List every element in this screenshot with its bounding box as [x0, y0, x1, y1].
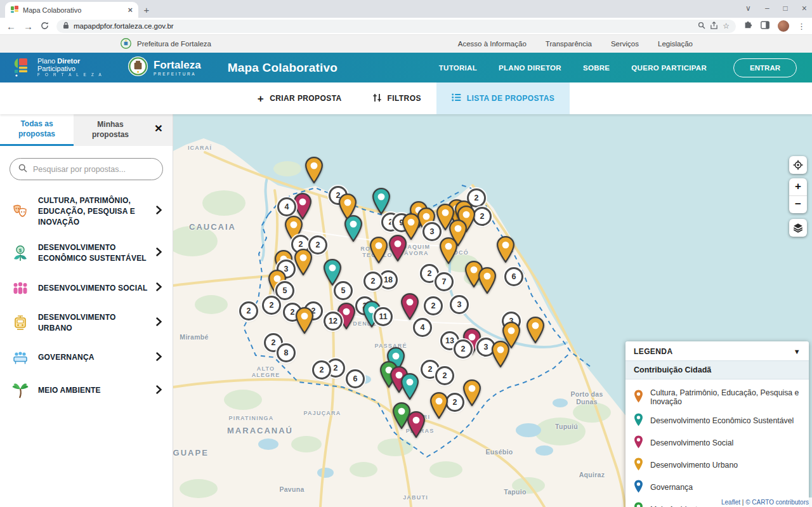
nav-sobre[interactable]: SOBRE — [583, 64, 610, 72]
tab-close-icon[interactable]: × — [128, 5, 133, 15]
bookmark-star-icon[interactable]: ☆ — [723, 22, 730, 30]
gov-brand-label: Prefeitura de Fortaleza — [137, 40, 211, 48]
map-cluster-marker[interactable]: 6 — [504, 267, 523, 286]
new-tab-button[interactable]: + — [138, 2, 155, 18]
map-pin-urbano[interactable] — [478, 267, 497, 294]
map-pin-urbano[interactable] — [491, 341, 510, 367]
sidebar-category[interactable]: GOVERNANÇA — [9, 341, 164, 374]
map-pin-urbano[interactable] — [496, 236, 515, 263]
reload-icon[interactable] — [41, 22, 49, 31]
login-button[interactable]: ENTRAR — [733, 58, 797, 77]
map-viewport[interactable]: + − LEGENDA ▼ Contribuição Cidadã Cultur… — [173, 114, 812, 507]
search-this-page-icon[interactable] — [698, 22, 705, 30]
sidebar-category[interactable]: MEIO AMBIENTE — [9, 374, 164, 407]
zoom-control: + − — [789, 178, 807, 213]
pdp-logo-icon — [11, 56, 33, 80]
map-cluster-marker[interactable]: 2 — [424, 296, 443, 315]
map-pin-urbano[interactable] — [439, 237, 458, 264]
forward-icon[interactable]: → — [23, 22, 33, 31]
gov-brand[interactable]: Prefeitura de Fortaleza — [121, 38, 211, 50]
map-pin-urbano[interactable] — [369, 237, 388, 263]
map-cluster-marker[interactable]: 6 — [346, 369, 365, 388]
map-pin-urbano[interactable] — [429, 392, 449, 419]
map-cluster-marker[interactable]: 2 — [312, 360, 331, 379]
map-cluster-marker[interactable]: 5 — [334, 281, 353, 300]
window-chevron-icon[interactable]: ∨ — [745, 4, 751, 13]
nav-plano-diretor[interactable]: PLANO DIRETOR — [499, 64, 561, 72]
pdp-logo-text: Plano Diretor Participativo F O R T A L … — [37, 58, 103, 77]
zoom-out-button[interactable]: − — [789, 196, 807, 214]
browser-tab[interactable]: Mapa Colaborativo × — [5, 2, 138, 18]
map-cluster-marker[interactable]: 4 — [277, 197, 296, 216]
tab-my-proposals[interactable]: Minhas propostas — [74, 114, 147, 146]
map-cluster-marker[interactable]: 2 — [435, 366, 454, 385]
window-minimize-icon[interactable]: – — [765, 4, 769, 13]
address-bar[interactable]: mapapdpfor.fortaleza.ce.gov.br ☆ — [56, 20, 736, 33]
map-cluster-marker[interactable]: 2 — [262, 296, 281, 315]
proposal-list-button[interactable]: LISTA DE PROPOSTAS — [436, 82, 570, 114]
filters-button[interactable]: FILTROS — [357, 82, 436, 114]
legend-item-label: Cultura, Patrimônio, Educação, Pesquisa … — [650, 388, 801, 406]
map-cluster-marker[interactable]: 4 — [413, 318, 432, 337]
search-input[interactable] — [33, 165, 154, 174]
map-cluster-marker[interactable]: 5 — [275, 281, 294, 300]
sidebar-category[interactable]: $DESENVOLVIMENTO ECONÔMICO SUSTENTÁVEL — [9, 235, 164, 272]
share-icon[interactable] — [710, 22, 718, 30]
map-pin-urbano[interactable] — [462, 379, 481, 406]
profile-avatar[interactable] — [778, 20, 789, 32]
sidebar-close-icon[interactable]: × — [155, 121, 162, 135]
map-pin-urbano[interactable] — [304, 157, 324, 183]
window-close-icon[interactable]: × — [802, 3, 807, 13]
locate-button[interactable] — [789, 156, 807, 174]
sidebar-category[interactable]: DESENVOLVIMENTO URBANO — [9, 305, 164, 341]
page-title: Mapa Colaborativo — [228, 61, 337, 75]
gov-link-legislacao[interactable]: Legislação — [658, 40, 693, 48]
map-pin-social[interactable] — [400, 293, 419, 320]
map-pin-economico[interactable] — [344, 215, 363, 242]
map-cluster-marker[interactable]: 7 — [435, 272, 454, 291]
zoom-in-button[interactable]: + — [789, 178, 807, 196]
back-icon[interactable]: ← — [6, 22, 16, 31]
map-cluster-marker[interactable]: 8 — [277, 343, 296, 362]
map-pin-urbano[interactable] — [295, 307, 314, 334]
map-pin-economico[interactable] — [372, 188, 391, 214]
legend-pin-icon — [634, 502, 643, 507]
map-pin-urbano[interactable] — [526, 317, 545, 343]
actions-bar: + CRIAR PROPOSTA FILTROS LISTA DE PROPOS… — [0, 82, 812, 114]
map-cluster-marker[interactable]: 2 — [239, 301, 258, 320]
map-pin-urbano[interactable] — [294, 249, 313, 275]
map-place-label: NGUAPE — [173, 448, 209, 458]
legend-collapse-icon[interactable]: ▼ — [794, 348, 801, 355]
proposal-search[interactable] — [10, 158, 163, 180]
gov-link-transparencia[interactable]: Transparência — [546, 40, 592, 48]
leaflet-link[interactable]: Leaflet — [721, 499, 740, 506]
browser-toolbar: ← → mapapdpfor.fortaleza.ce.gov.br ☆ ⋮ — [0, 18, 812, 35]
map-cluster-marker[interactable]: 11 — [374, 307, 393, 326]
legend-item: Desenvolvimento Econômico Sustentável — [634, 409, 801, 431]
gov-link-acesso[interactable]: Acesso à Informação — [458, 40, 527, 48]
nav-quero-participar[interactable]: QUERO PARTICIPAR — [631, 64, 707, 72]
map-cluster-marker[interactable]: 3 — [450, 295, 469, 314]
map-pin-social[interactable] — [407, 411, 426, 438]
tab-all-proposals[interactable]: Todas as propostas — [0, 114, 74, 146]
map-pin-economico[interactable] — [400, 373, 419, 400]
legend-pin-icon — [634, 390, 643, 405]
map-cluster-marker[interactable]: 12 — [324, 312, 343, 331]
side-panel-icon[interactable] — [761, 20, 769, 32]
map-cluster-marker[interactable]: 2 — [363, 272, 383, 291]
layers-button[interactable] — [789, 219, 807, 237]
sidebar-category[interactable]: DESENVOLVIMENTO SOCIAL — [9, 272, 164, 305]
legend-item: Desenvolvimento Urbano — [634, 454, 801, 476]
map-cluster-marker[interactable]: 2 — [454, 339, 473, 359]
create-proposal-button[interactable]: + CRIAR PROPOSTA — [242, 82, 357, 114]
nav-tutorial[interactable]: TUTORIAL — [439, 64, 477, 72]
gov-link-servicos[interactable]: Serviços — [611, 40, 639, 48]
sidebar-category[interactable]: CULTURA, PATRIMÔNIO, EDUCAÇÃO, PESQUISA … — [9, 188, 164, 235]
category-label: GOVERNANÇA — [38, 352, 148, 363]
map-place-label: JABUTI — [403, 494, 428, 501]
window-maximize-icon[interactable]: □ — [783, 4, 788, 13]
map-pin-social[interactable] — [388, 235, 407, 261]
extensions-icon[interactable] — [743, 20, 752, 32]
carto-link[interactable]: © CARTO contributors — [745, 499, 809, 506]
menu-kebab-icon[interactable]: ⋮ — [797, 22, 806, 31]
